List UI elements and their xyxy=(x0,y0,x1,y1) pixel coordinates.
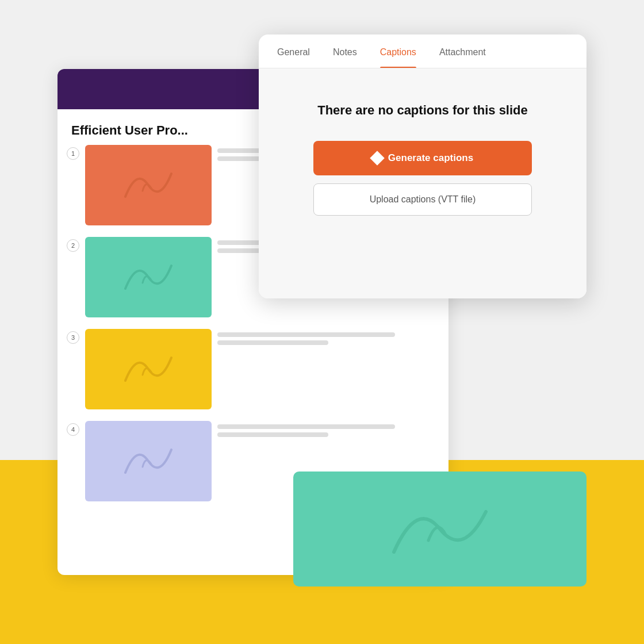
slide-line xyxy=(217,424,395,429)
slide-number-4: 4 xyxy=(67,423,79,436)
slide-lines-3 xyxy=(217,329,439,348)
main-scene: Efficient User Pro... 1 xyxy=(57,34,586,610)
modal-content-area: There are no captions for this slide Gen… xyxy=(259,68,586,298)
generate-captions-label: Generate captions xyxy=(388,152,473,164)
slide-thumbnail-4 xyxy=(85,421,212,501)
modal-tabs-row: General Notes Captions Attachment xyxy=(259,34,586,68)
background-slide-preview xyxy=(293,471,586,586)
slide-lines-4 xyxy=(217,421,439,440)
slide-item[interactable]: 3 xyxy=(67,329,439,409)
slide-line xyxy=(217,332,395,337)
slide-thumbnail-2 xyxy=(85,237,212,317)
upload-captions-label: Upload captions (VTT file) xyxy=(370,194,476,205)
tab-notes[interactable]: Notes xyxy=(333,34,357,68)
slide-thumbnail-3 xyxy=(85,329,212,409)
tab-attachment[interactable]: Attachment xyxy=(439,34,486,68)
slide-line xyxy=(217,432,328,437)
tab-general[interactable]: General xyxy=(277,34,310,68)
no-captions-message: There are no captions for this slide xyxy=(317,103,528,118)
slide-number-2: 2 xyxy=(67,239,79,252)
captions-modal: General Notes Captions Attachment There … xyxy=(259,34,586,298)
diamond-icon xyxy=(370,151,384,165)
slide-number-1: 1 xyxy=(67,147,79,160)
generate-captions-button[interactable]: Generate captions xyxy=(313,141,532,175)
tab-captions[interactable]: Captions xyxy=(380,34,416,68)
slide-line xyxy=(217,340,328,345)
slide-number-3: 3 xyxy=(67,331,79,344)
upload-captions-button[interactable]: Upload captions (VTT file) xyxy=(313,183,532,216)
slide-thumbnail-1 xyxy=(85,145,212,225)
